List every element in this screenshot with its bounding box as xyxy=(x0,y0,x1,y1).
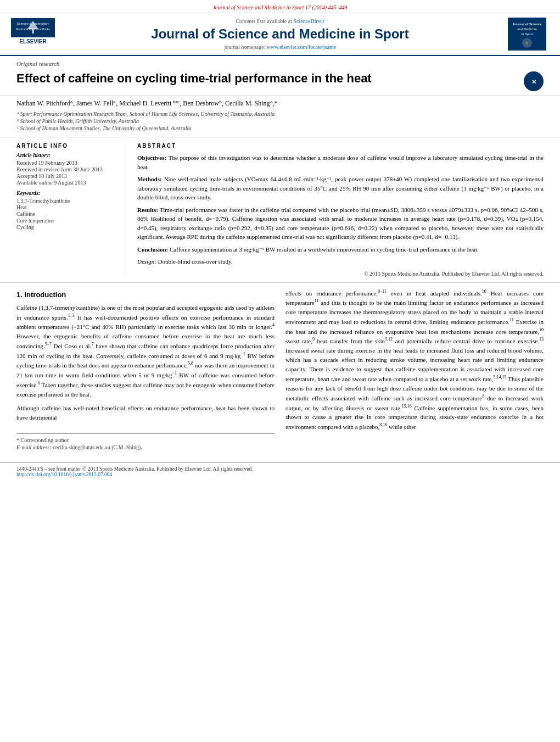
svg-text:✕: ✕ xyxy=(531,79,536,85)
journal-logo-right: Journal of Science and Medicine in Sport… xyxy=(505,18,549,51)
journal-logo-svg: Journal of Science and Medicine in Sport… xyxy=(508,18,546,51)
svg-text:🏃: 🏃 xyxy=(524,41,530,46)
email-label: E-mail address: xyxy=(16,444,52,450)
two-col-section: ARTICLE INFO Article history: Received 1… xyxy=(0,137,560,283)
footnote-star: * Corresponding author. xyxy=(16,437,275,443)
abstract-section: ABSTRACT Objectives: The purpose of this… xyxy=(137,143,544,277)
history-label: Article history: xyxy=(16,152,117,158)
affiliation-c: ᶜ School of Human Movement Studies, The … xyxy=(16,125,544,131)
article-history: Article history: Received 19 February 20… xyxy=(16,152,117,186)
objectives-label: Objectives: xyxy=(137,154,166,161)
homepage-label: journal homepage: xyxy=(224,44,265,50)
journal-title-area: Contents lists available at ScienceDirec… xyxy=(55,18,505,50)
crossmark-icon: ✕ xyxy=(524,71,544,91)
contents-line: Contents lists available at ScienceDirec… xyxy=(55,18,505,24)
abstract-conclusion: Conclusion: Caffeine supplementation at … xyxy=(137,245,544,254)
svg-text:in Sport: in Sport xyxy=(522,32,533,36)
objectives-text: The purpose of this investigation was to… xyxy=(137,154,544,170)
bottom-bar: 1440-2440/$ – see front matter © 2013 Sp… xyxy=(0,462,560,481)
keywords-section: Keywords: 1,3,7-Trimethylxanthine Heat C… xyxy=(16,190,117,230)
methods-label: Methods: xyxy=(137,176,162,182)
svg-text:ELSEVIER: ELSEVIER xyxy=(19,38,47,44)
homepage-url[interactable]: www.elsevier.com/locate/jsams xyxy=(267,44,336,50)
top-bar: Journal of Science and Medicine in Sport… xyxy=(0,0,560,13)
elsevier-logo: Science & Technology Medical & Reference… xyxy=(11,18,55,51)
conclusion-text: Caffeine supplementation at 3 mg·kg⁻¹ BW… xyxy=(170,246,479,253)
footnote-area: * Corresponding author. E-mail address: … xyxy=(16,433,275,450)
authors-line: Nathan W. Pitchfordᵃ, James W. Fellᵃ, Mi… xyxy=(0,96,560,109)
journal-reference: Journal of Science and Medicine in Sport… xyxy=(212,4,347,10)
page: Journal of Science and Medicine in Sport… xyxy=(0,0,560,742)
svg-text:Journal of Science: Journal of Science xyxy=(512,23,542,26)
keywords-label: Keywords: xyxy=(16,190,117,196)
doi-link[interactable]: http://dx.doi.org/10.1016/j.jsams.2013.0… xyxy=(16,472,112,477)
article-title-section: Effect of caffeine on cycling time-trial… xyxy=(0,69,560,96)
keyword-1: 1,3,7-Trimethylxanthine xyxy=(16,198,117,204)
sciencedirect-link[interactable]: ScienceDirect xyxy=(293,18,324,24)
abstract-objectives: Objectives: The purpose of this investig… xyxy=(137,153,544,171)
copyright: © 2013 Sports Medicine Australia. Publis… xyxy=(137,271,544,277)
keyword-4: Core temperature xyxy=(16,217,117,224)
design-label: Design: xyxy=(137,258,156,265)
available-date: Available online 9 August 2013 xyxy=(16,180,117,186)
article-type: Original research xyxy=(0,56,560,69)
contents-label: Contents lists available at xyxy=(236,18,292,24)
article-info-heading: ARTICLE INFO xyxy=(16,143,117,149)
accepted-date: Accepted 10 July 2013 xyxy=(16,173,117,179)
article-info: ARTICLE INFO Article history: Received 1… xyxy=(16,143,126,277)
design-text: Double-blind cross-over study. xyxy=(158,258,233,265)
right-para-1: effects on endurance performance,9–11 ev… xyxy=(285,288,544,432)
affiliation-b: ᵇ School of Public Health, Griffith Univ… xyxy=(16,118,544,124)
received-date: Received 19 February 2013 xyxy=(16,160,117,166)
keyword-5: Cycling xyxy=(16,224,117,230)
keyword-list: 1,3,7-Trimethylxanthine Heat Caffeine Co… xyxy=(16,198,117,230)
abstract-heading: ABSTRACT xyxy=(137,143,544,149)
affiliation-a: ᵃ Sport Performance Optimisation Researc… xyxy=(16,111,544,117)
footnote-email: E-mail address: cecilia.shing@utas.edu.a… xyxy=(16,444,275,450)
email-address: cecilia.shing@utas.edu.au (C.M. Shing). xyxy=(53,444,142,450)
revised-date: Received in revised form 30 June 2013 xyxy=(16,166,117,172)
keyword-2: Heat xyxy=(16,204,117,210)
left-column: 1. Introduction Caffeine (1,3,7-trimethy… xyxy=(16,288,275,451)
journal-main-title: Journal of Science and Medicine in Sport xyxy=(55,26,505,42)
journal-homepage: journal homepage: www.elsevier.com/locat… xyxy=(55,44,505,50)
keyword-3: Caffeine xyxy=(16,211,117,217)
main-content: 1. Introduction Caffeine (1,3,7-trimethy… xyxy=(0,283,560,457)
right-column: effects on endurance performance,9–11 ev… xyxy=(285,288,544,451)
doi-line: http://dx.doi.org/10.1016/j.jsams.2013.0… xyxy=(16,472,544,477)
authors: Nathan W. Pitchfordᵃ, James W. Fellᵃ, Mi… xyxy=(16,99,278,107)
crossmark-badge: ✕ xyxy=(524,71,544,91)
abstract-results: Results: Time-trial performance was fast… xyxy=(137,205,544,242)
results-text: Time-trial performance was faster in the… xyxy=(137,207,544,241)
header-section: Science & Technology Medical & Reference… xyxy=(0,13,560,56)
article-title: Effect of caffeine on cycling time-trial… xyxy=(16,71,524,86)
svg-text:and Medicine: and Medicine xyxy=(517,27,537,31)
conclusion-label: Conclusion: xyxy=(137,246,168,253)
elsevier-logo-svg: Science & Technology Medical & Reference… xyxy=(11,18,55,48)
svg-rect-4 xyxy=(32,29,34,34)
introduction-heading: 1. Introduction xyxy=(16,291,275,299)
results-label: Results: xyxy=(137,207,158,213)
abstract-methods: Methods: Nine well-trained male subjects… xyxy=(137,175,544,202)
affiliations: ᵃ Sport Performance Optimisation Researc… xyxy=(0,109,560,137)
abstract-design: Design: Double-blind cross-over study. xyxy=(137,257,544,266)
intro-para-1: Caffeine (1,3,7-trimethylxanthine) is on… xyxy=(16,303,275,399)
intro-para-2: Although caffeine has well-noted benefic… xyxy=(16,404,275,422)
article-type-label: Original research xyxy=(16,60,59,67)
methods-text: Nine well-trained male subjects (VO₂max … xyxy=(137,176,544,200)
issn-line: 1440-2440/$ – see front matter © 2013 Sp… xyxy=(16,466,544,472)
